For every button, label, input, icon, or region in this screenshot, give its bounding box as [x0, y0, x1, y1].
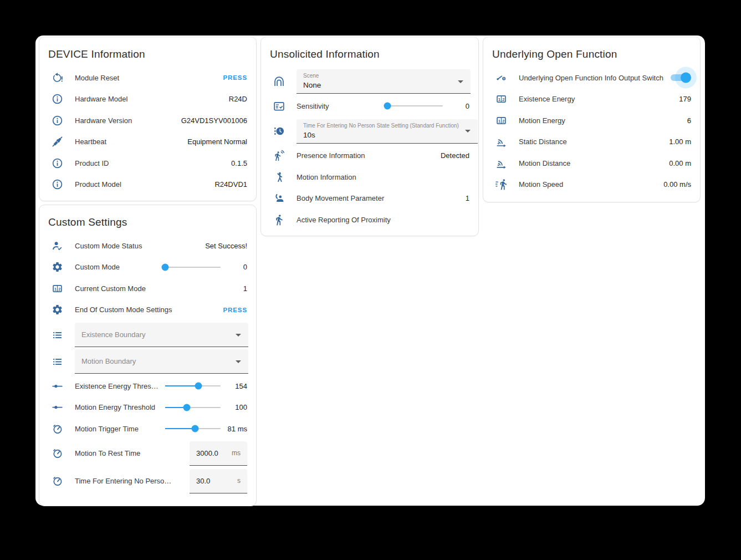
slider-handle-icon [50, 380, 64, 392]
walking-icon [272, 214, 285, 226]
list-icon [50, 356, 64, 368]
row-no-person-time: Time For Entering No Perso… 30.0 s [39, 467, 256, 495]
clock-history-icon [272, 125, 285, 137]
motion-boundary-select[interactable]: Motion Boundary [75, 349, 248, 374]
card-device-information: DEVICE Information Module Reset PRESS Ha… [39, 37, 257, 201]
list-icon [50, 329, 64, 341]
row-label: Motion Energy Threshold [75, 403, 165, 411]
numbers-icon [494, 115, 508, 126]
card-custom-settings: Custom Settings Custom Mode Status Set S… [39, 205, 257, 506]
select-placeholder: Existence Boundary [81, 330, 146, 339]
row-motion-to-rest-time: Motion To Rest Time 3000.0 ms [39, 440, 256, 467]
row-value: 1.00 m [669, 138, 691, 146]
select-value: None [303, 81, 452, 89]
numbers-icon [494, 93, 508, 105]
timer-icon [50, 447, 64, 459]
row-value: Equipment Normal [187, 138, 247, 146]
select-value: 10s [303, 131, 459, 139]
row-label: Motion Energy [519, 116, 687, 125]
input-value[interactable]: 30.0 [196, 477, 234, 485]
row-static-distance: Static Distance 1.00 m [483, 131, 700, 153]
info-icon [50, 157, 64, 169]
timer-icon [50, 423, 64, 435]
existence-boundary-select[interactable]: Existence Boundary [75, 323, 248, 347]
chevron-down-icon [236, 334, 241, 337]
row-value: 0.00 m [669, 159, 691, 167]
slider-value: 154 [221, 382, 247, 390]
slider-thumb[interactable] [384, 103, 391, 110]
row-value: R24D [229, 95, 247, 103]
no-person-time-select[interactable]: Time For Entering No Person State Settin… [297, 119, 478, 144]
row-active-reporting: Active Reporting Of Proximity [261, 209, 478, 231]
slider-value: 0 [221, 263, 247, 271]
row-value: Detected [441, 151, 469, 160]
row-end-custom-mode: End Of Custom Mode Settings PRESS [39, 299, 256, 321]
row-label: Motion Distance [519, 159, 669, 167]
custom-mode-slider[interactable] [165, 267, 221, 268]
row-custom-mode-status: Custom Mode Status Set Success! [39, 235, 256, 257]
slider-value: 81 ms [221, 425, 247, 433]
slider-thumb[interactable] [183, 404, 191, 411]
row-heartbeat: Heartbeat Equipment Normal [39, 131, 256, 153]
switch-icon [494, 72, 508, 84]
toggle-thumb[interactable] [681, 73, 691, 83]
slider-fill [165, 428, 195, 429]
arch-icon [272, 76, 285, 88]
row-existence-energy-threshold: Existence Energy Threshold 154 [39, 375, 256, 397]
row-value: R24DVD1 [214, 180, 247, 189]
row-label: Active Reporting Of Proximity [297, 216, 469, 224]
presence-sensor-icon [272, 150, 285, 161]
module-reset-press-button[interactable]: PRESS [223, 74, 248, 81]
run-speed-icon [494, 179, 508, 190]
slider-fill [165, 385, 198, 386]
plug-icon [50, 136, 64, 147]
app-page: DEVICE Information Module Reset PRESS Ha… [35, 35, 705, 506]
card-title: Underlying Open Function [483, 37, 700, 64]
row-label: Sensitivity [297, 102, 387, 110]
input-value[interactable]: 3000.0 [196, 449, 228, 457]
slider-thumb[interactable] [192, 425, 199, 432]
row-label: Current Custom Mode [75, 284, 243, 293]
chevron-down-icon [458, 80, 463, 83]
timer-icon [50, 475, 64, 487]
end-custom-mode-press-button[interactable]: PRESS [223, 307, 248, 313]
row-existence-boundary: Existence Boundary [39, 323, 256, 347]
row-scene: Scene None [261, 69, 478, 94]
row-hardware-model: Hardware Model R24D [39, 89, 256, 110]
row-label: Static Distance [519, 138, 669, 146]
row-motion-trigger-time: Motion Trigger Time 81 ms [39, 418, 256, 440]
existence-threshold-slider[interactable] [165, 385, 221, 386]
row-label: Motion Trigger Time [75, 425, 165, 433]
row-motion-distance: Motion Distance 0.00 m [483, 152, 700, 174]
distance-waves-icon [494, 157, 508, 169]
row-label: Hardware Model [75, 95, 229, 103]
slider-thumb[interactable] [195, 383, 202, 390]
row-label: Module Reset [75, 74, 223, 82]
motion-trigger-slider[interactable] [165, 428, 221, 429]
sensitivity-slider[interactable] [387, 105, 443, 106]
scene-select[interactable]: Scene None [297, 69, 471, 94]
row-label: Hardware Version [75, 116, 181, 125]
input-unit: s [237, 477, 241, 485]
motion-threshold-slider[interactable] [165, 407, 221, 408]
row-motion-information: Motion Information [261, 166, 478, 188]
row-label: Motion To Rest Time [75, 449, 190, 457]
card-title: DEVICE Information [39, 37, 256, 64]
slider-thumb[interactable] [162, 263, 169, 271]
info-icon [50, 115, 64, 126]
row-time-setting: Time For Entering No Person State Settin… [261, 119, 478, 144]
no-person-time-input[interactable]: 30.0 s [190, 469, 247, 493]
row-custom-mode: Custom Mode 0 [39, 257, 256, 278]
select-label: Scene [303, 72, 452, 79]
distance-waves-icon [494, 136, 508, 147]
motion-to-rest-input[interactable]: 3000.0 ms [190, 441, 247, 466]
input-unit: ms [232, 449, 241, 457]
row-motion-energy: Motion Energy 6 [483, 110, 700, 131]
row-label: Heartbeat [75, 138, 187, 146]
card-title: Custom Settings [39, 205, 256, 232]
row-sensitivity: Sensitivity 0 [261, 95, 478, 117]
slider-value: 0 [443, 102, 469, 110]
info-output-toggle[interactable] [669, 72, 690, 83]
row-value: Set Success! [205, 242, 247, 250]
row-label: Motion Information [297, 173, 469, 181]
